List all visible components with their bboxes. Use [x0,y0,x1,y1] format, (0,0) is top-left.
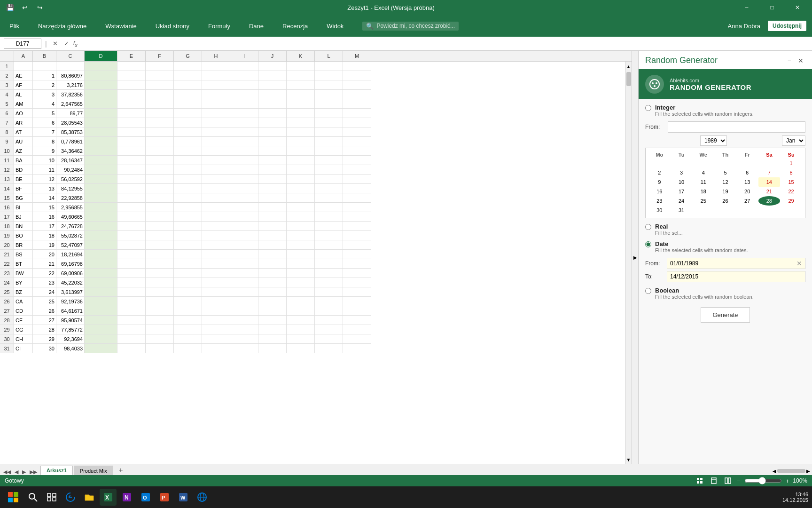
sheet-next-button[interactable]: ▶▶ [28,469,39,475]
cell-L25[interactable] [315,287,343,297]
cell-D3[interactable] [85,80,117,90]
cell-M4[interactable] [343,90,371,99]
cal-day-19[interactable]: 19 [714,187,736,196]
cell-J11[interactable] [258,156,287,165]
cell-C13[interactable]: 56,02592 [56,175,85,184]
cal-day-10[interactable]: 10 [671,177,693,187]
year-select[interactable]: 1989 [700,135,727,146]
row-header-18[interactable]: 18 [0,222,14,231]
cell-M10[interactable] [343,146,371,156]
cell-M7[interactable] [343,118,371,127]
cell-F27[interactable] [146,306,174,316]
cell-J17[interactable] [258,212,287,222]
name-box[interactable] [4,39,41,49]
cell-I8[interactable] [230,127,258,137]
cell-F25[interactable] [146,287,174,297]
minimize-button[interactable]: – [736,0,757,15]
cell-G23[interactable] [174,269,202,278]
cell-C12[interactable]: 90,2484 [56,165,85,175]
cell-L28[interactable] [315,316,343,325]
date-radio[interactable] [645,241,651,247]
cal-day-17[interactable]: 17 [671,187,693,196]
integer-radio[interactable] [645,105,651,111]
cell-E29[interactable] [117,325,146,334]
cell-C23[interactable]: 69,00906 [56,269,85,278]
cell-G12[interactable] [174,165,202,175]
cell-J31[interactable] [258,344,287,353]
ribbon-item-widok[interactable]: Widok [323,21,347,32]
cell-L13[interactable] [315,175,343,184]
scroll-down-btn[interactable]: ▼ [625,455,632,464]
cell-B21[interactable]: 20 [33,250,56,259]
panel-collapse-button[interactable]: ‒ [785,56,794,65]
cell-G17[interactable] [174,212,202,222]
cell-F13[interactable] [146,175,174,184]
undo-icon[interactable]: ↩ [19,1,31,14]
cell-F2[interactable] [146,71,174,80]
sheet-forward-button[interactable]: ▶ [21,469,27,475]
cell-H19[interactable] [202,231,230,240]
cell-G8[interactable] [174,127,202,137]
cell-C1[interactable] [56,62,85,71]
row-header-24[interactable]: 24 [0,278,14,287]
cell-K22[interactable] [287,259,315,269]
integer-option[interactable]: Integer Fill the selected cells with ran… [645,104,805,117]
cell-F17[interactable] [146,212,174,222]
cell-E1[interactable] [117,62,146,71]
cell-E10[interactable] [117,146,146,156]
cell-B13[interactable]: 12 [33,175,56,184]
cell-D6[interactable] [85,109,117,118]
cell-L6[interactable] [315,109,343,118]
cell-D16[interactable] [85,203,117,212]
row-header-10[interactable]: 10 [0,146,14,156]
col-header-I[interactable]: I [230,51,258,61]
cell-K30[interactable] [287,334,315,344]
cell-L20[interactable] [315,240,343,250]
cell-G31[interactable] [174,344,202,353]
col-header-K[interactable]: K [287,51,315,61]
save-icon[interactable]: 💾 [4,1,16,14]
row-header-20[interactable]: 20 [0,240,14,250]
cell-G29[interactable] [174,325,202,334]
cell-G3[interactable] [174,80,202,90]
cell-D24[interactable] [85,278,117,287]
row-header-16[interactable]: 16 [0,203,14,212]
cell-L19[interactable] [315,231,343,240]
cal-day-15[interactable]: 15 [780,177,802,187]
cell-E12[interactable] [117,165,146,175]
row-header-25[interactable]: 25 [0,287,14,297]
cell-L3[interactable] [315,80,343,90]
cell-K2[interactable] [287,71,315,80]
cell-M2[interactable] [343,71,371,80]
cell-C24[interactable]: 45,22032 [56,278,85,287]
cell-G27[interactable] [174,306,202,316]
cell-M28[interactable] [343,316,371,325]
col-header-B[interactable]: B [33,51,56,61]
col-header-J[interactable]: J [258,51,287,61]
cell-A27[interactable]: CD [14,306,33,316]
cell-J24[interactable] [258,278,287,287]
cell-E21[interactable] [117,250,146,259]
cell-J21[interactable] [258,250,287,259]
cell-B27[interactable]: 26 [33,306,56,316]
real-option[interactable]: Real Fill the sel... [645,223,805,236]
cell-C8[interactable]: 85,38753 [56,127,85,137]
cell-I27[interactable] [230,306,258,316]
cell-G19[interactable] [174,231,202,240]
cell-H25[interactable] [202,287,230,297]
col-header-G[interactable]: G [174,51,202,61]
formula-input[interactable] [79,40,808,47]
taskbar-outlook-btn[interactable]: O [137,489,154,506]
cell-L24[interactable] [315,278,343,287]
cell-A21[interactable]: BS [14,250,33,259]
cell-K17[interactable] [287,212,315,222]
cell-D17[interactable] [85,212,117,222]
cell-L12[interactable] [315,165,343,175]
cell-F26[interactable] [146,297,174,306]
cell-F28[interactable] [146,316,174,325]
cell-H4[interactable] [202,90,230,99]
cell-E5[interactable] [117,99,146,109]
row-header-3[interactable]: 3 [0,80,14,90]
row-header-12[interactable]: 12 [0,165,14,175]
cell-L2[interactable] [315,71,343,80]
